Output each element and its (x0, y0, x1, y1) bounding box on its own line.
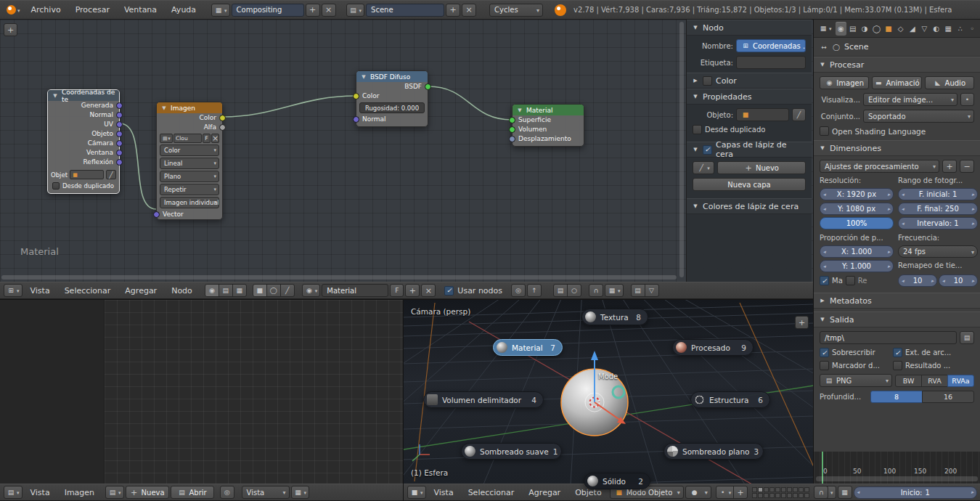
layer-cell[interactable] (769, 493, 775, 498)
brush-select-button[interactable] (693, 161, 714, 174)
menu-seleccionar[interactable]: Seleccionar (462, 484, 521, 500)
pie-item-material[interactable]: Material 7 (493, 339, 563, 356)
panel-render[interactable]: Procesar (814, 57, 980, 73)
resolution-y-field[interactable]: Y: 1080 px (820, 203, 894, 215)
output-socket[interactable] (425, 84, 431, 90)
image-editor-canvas[interactable] (0, 300, 403, 484)
layer-cell[interactable] (775, 487, 780, 492)
layer-cell[interactable] (752, 487, 757, 492)
timeline-ruler[interactable]: 0 50 100 150 200 (814, 452, 980, 484)
render-preset-select[interactable]: Ajustes de procesamiento (820, 160, 939, 173)
crop-checkbox[interactable] (846, 276, 855, 285)
from-duplicate-checkbox[interactable] (693, 125, 702, 134)
resolution-percentage-slider[interactable]: 100% (820, 217, 894, 229)
projection-select[interactable]: Plano (160, 171, 219, 182)
pie-item-sombreado-plano[interactable]: Sombreado plano 3 (663, 443, 764, 460)
pie-item-volumen-delimitador[interactable]: Volumen delimitador 4 (423, 391, 544, 408)
manipulator-toggle[interactable] (733, 486, 748, 499)
frame-rate-select[interactable]: 24 fps (898, 245, 978, 258)
file-format-select[interactable]: PNG (820, 374, 892, 387)
grease-pencil-checkbox[interactable] (703, 145, 712, 155)
menu-procesar[interactable]: Procesar (69, 1, 116, 19)
render-display-select[interactable]: Editor de imáge... (863, 93, 957, 106)
layer-cell-active[interactable] (758, 487, 763, 492)
render-still-button[interactable]: Imagen (820, 76, 869, 89)
tab-render-layers[interactable] (847, 22, 858, 36)
color-mode-bw-button[interactable]: BW (895, 375, 922, 387)
node-header[interactable]: Material (513, 105, 584, 115)
display-channels-select[interactable]: Vista (242, 486, 290, 499)
aspect-x-field[interactable]: X: 1.000 (820, 245, 894, 258)
pie-item-solido[interactable]: Sólido 2 (584, 473, 650, 489)
render-engine-select[interactable]: Cycles (489, 4, 543, 17)
backdrop-toggle[interactable] (553, 284, 568, 297)
layer-cell[interactable] (775, 493, 780, 498)
material-name-field[interactable]: Material (322, 284, 388, 297)
frame-step-field[interactable]: Intervalo: 1 (898, 217, 978, 229)
timeline-menu-button[interactable] (838, 486, 852, 499)
panel-grease-pencil-layers[interactable]: Capas de lápiz de cera (687, 142, 812, 158)
tab-texture[interactable] (943, 22, 954, 36)
layer-cell[interactable] (758, 493, 763, 498)
toolshelf-expand-button[interactable] (4, 23, 17, 36)
border-checkbox[interactable] (820, 276, 829, 285)
menu-archivo[interactable]: Archivo (25, 1, 68, 19)
input-socket[interactable] (353, 93, 359, 99)
color-mode-rgba-button[interactable]: RVAa (947, 375, 974, 387)
layer-cell[interactable] (804, 493, 809, 498)
vertical-scrollbar[interactable] (679, 22, 684, 277)
new-layer-button[interactable]: Nueva capa (693, 178, 806, 191)
output-socket[interactable] (116, 131, 123, 137)
pie-item-procesado[interactable]: Procesado 9 (672, 339, 754, 356)
delete-screen-layout-button[interactable] (322, 4, 336, 17)
menu-imagen[interactable]: Imagen (58, 484, 101, 500)
tab-modifiers[interactable] (907, 22, 918, 36)
texture-nodes-toggle[interactable] (232, 284, 247, 297)
editor-type-button[interactable] (4, 284, 23, 297)
collapse-icon[interactable] (360, 74, 367, 80)
fake-user-button[interactable]: F (390, 284, 404, 297)
output-socket[interactable] (116, 102, 123, 109)
lock-interface-button[interactable] (960, 93, 974, 106)
snap-toggle[interactable] (814, 486, 828, 499)
node-header[interactable]: Coordenadas de te (48, 90, 119, 101)
panel-grease-pencil-colors[interactable]: Colores de lápiz de cera (687, 198, 812, 214)
layer-cell[interactable] (799, 487, 804, 492)
output-socket[interactable] (116, 140, 123, 147)
remap-old-field[interactable]: 10 (898, 274, 937, 287)
node-diffuse-bsdf[interactable]: BSDF Difuso BSDF Color Rugosidad: 0.000 … (356, 70, 428, 127)
layer-cell[interactable] (793, 487, 798, 492)
node-texture-coordinates[interactable]: Coordenadas de te Generada Normal UV Obj… (47, 89, 120, 194)
menu-vista[interactable]: Vista (24, 282, 57, 298)
layer-cell[interactable] (787, 493, 792, 498)
output-socket[interactable] (219, 124, 226, 131)
properties-shelf-expand-button[interactable] (795, 316, 809, 329)
panel-metadata[interactable]: Metadatos (814, 293, 980, 309)
tab-scene[interactable] (859, 22, 870, 36)
depth-16-button[interactable]: 16 (922, 391, 974, 403)
add-screen-layout-button[interactable] (306, 4, 320, 17)
output-socket[interactable] (116, 159, 123, 166)
image-browse-button[interactable] (160, 134, 173, 143)
node-editor-canvas[interactable]: Coordenadas de te Generada Normal UV Obj… (0, 20, 813, 282)
source-select[interactable]: Imagen individual (160, 197, 219, 208)
menu-agregar[interactable]: Agregar (522, 484, 567, 500)
collapse-icon[interactable] (52, 93, 59, 99)
input-socket[interactable] (509, 126, 515, 133)
extension-select[interactable]: Repetir (160, 184, 219, 195)
horizontal-scrollbar[interactable] (816, 476, 978, 481)
render-animation-button[interactable]: Animació (872, 76, 921, 89)
depth-8-button[interactable]: 8 (870, 391, 923, 403)
input-socket[interactable] (353, 116, 359, 123)
linestyle-shader-toggle[interactable] (280, 284, 295, 297)
new-grease-pencil-button[interactable]: Nuevo (717, 161, 806, 174)
overwrite-checkbox[interactable] (820, 348, 829, 357)
placeholders-checkbox[interactable] (820, 361, 829, 370)
file-extensions-checkbox[interactable] (893, 348, 902, 357)
tab-object[interactable] (883, 22, 894, 36)
roughness-slider[interactable]: Rugosidad: 0.000 (359, 102, 425, 113)
layer-cell[interactable] (804, 487, 809, 492)
pin-button[interactable] (511, 284, 526, 297)
layers-widget[interactable] (752, 487, 809, 498)
world-shader-toggle[interactable] (266, 284, 281, 297)
